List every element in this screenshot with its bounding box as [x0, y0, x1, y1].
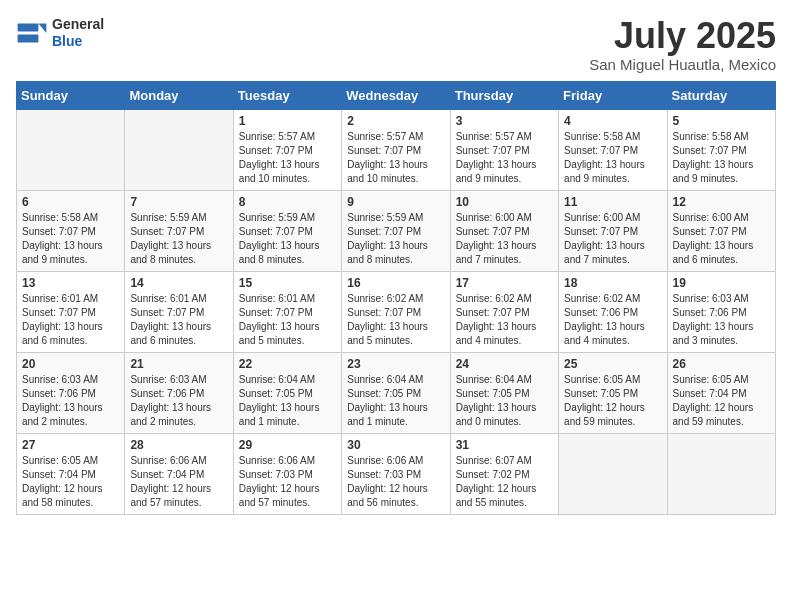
svg-rect-2	[18, 23, 39, 31]
calendar-cell: 4Sunrise: 5:58 AM Sunset: 7:07 PM Daylig…	[559, 109, 667, 190]
day-number: 11	[564, 195, 661, 209]
calendar-cell: 16Sunrise: 6:02 AM Sunset: 7:07 PM Dayli…	[342, 271, 450, 352]
weekday-header: Tuesday	[233, 81, 341, 109]
day-info: Sunrise: 6:02 AM Sunset: 7:07 PM Dayligh…	[456, 292, 553, 348]
day-info: Sunrise: 5:57 AM Sunset: 7:07 PM Dayligh…	[456, 130, 553, 186]
day-info: Sunrise: 6:01 AM Sunset: 7:07 PM Dayligh…	[22, 292, 119, 348]
weekday-header: Monday	[125, 81, 233, 109]
day-number: 25	[564, 357, 661, 371]
calendar-week-row: 1Sunrise: 5:57 AM Sunset: 7:07 PM Daylig…	[17, 109, 776, 190]
svg-rect-0	[16, 17, 48, 49]
day-info: Sunrise: 5:58 AM Sunset: 7:07 PM Dayligh…	[673, 130, 770, 186]
calendar-cell: 18Sunrise: 6:02 AM Sunset: 7:06 PM Dayli…	[559, 271, 667, 352]
weekday-header: Wednesday	[342, 81, 450, 109]
day-number: 15	[239, 276, 336, 290]
day-info: Sunrise: 6:00 AM Sunset: 7:07 PM Dayligh…	[673, 211, 770, 267]
day-number: 12	[673, 195, 770, 209]
calendar-cell	[559, 433, 667, 514]
calendar-table: SundayMondayTuesdayWednesdayThursdayFrid…	[16, 81, 776, 515]
calendar-cell: 23Sunrise: 6:04 AM Sunset: 7:05 PM Dayli…	[342, 352, 450, 433]
calendar-cell: 15Sunrise: 6:01 AM Sunset: 7:07 PM Dayli…	[233, 271, 341, 352]
day-info: Sunrise: 5:57 AM Sunset: 7:07 PM Dayligh…	[347, 130, 444, 186]
day-number: 3	[456, 114, 553, 128]
calendar-cell	[667, 433, 775, 514]
day-number: 31	[456, 438, 553, 452]
day-number: 10	[456, 195, 553, 209]
calendar-cell: 24Sunrise: 6:04 AM Sunset: 7:05 PM Dayli…	[450, 352, 558, 433]
day-number: 26	[673, 357, 770, 371]
day-number: 9	[347, 195, 444, 209]
day-number: 13	[22, 276, 119, 290]
calendar-cell: 7Sunrise: 5:59 AM Sunset: 7:07 PM Daylig…	[125, 190, 233, 271]
day-number: 5	[673, 114, 770, 128]
day-info: Sunrise: 6:01 AM Sunset: 7:07 PM Dayligh…	[239, 292, 336, 348]
day-info: Sunrise: 6:06 AM Sunset: 7:03 PM Dayligh…	[347, 454, 444, 510]
day-number: 27	[22, 438, 119, 452]
day-info: Sunrise: 6:05 AM Sunset: 7:04 PM Dayligh…	[22, 454, 119, 510]
calendar-cell: 9Sunrise: 5:59 AM Sunset: 7:07 PM Daylig…	[342, 190, 450, 271]
calendar-cell	[17, 109, 125, 190]
logo-text: General Blue	[52, 16, 104, 50]
day-number: 29	[239, 438, 336, 452]
calendar-cell: 30Sunrise: 6:06 AM Sunset: 7:03 PM Dayli…	[342, 433, 450, 514]
logo-icon	[16, 17, 48, 49]
day-info: Sunrise: 6:04 AM Sunset: 7:05 PM Dayligh…	[239, 373, 336, 429]
day-number: 21	[130, 357, 227, 371]
title-block: July 2025 San Miguel Huautla, Mexico	[589, 16, 776, 73]
day-number: 23	[347, 357, 444, 371]
calendar-cell: 6Sunrise: 5:58 AM Sunset: 7:07 PM Daylig…	[17, 190, 125, 271]
day-info: Sunrise: 5:58 AM Sunset: 7:07 PM Dayligh…	[564, 130, 661, 186]
day-info: Sunrise: 6:03 AM Sunset: 7:06 PM Dayligh…	[22, 373, 119, 429]
logo-blue-label: Blue	[52, 33, 104, 50]
calendar-cell	[125, 109, 233, 190]
logo-general-label: General	[52, 16, 104, 33]
day-number: 4	[564, 114, 661, 128]
day-info: Sunrise: 6:01 AM Sunset: 7:07 PM Dayligh…	[130, 292, 227, 348]
weekday-header: Sunday	[17, 81, 125, 109]
calendar-week-row: 27Sunrise: 6:05 AM Sunset: 7:04 PM Dayli…	[17, 433, 776, 514]
day-number: 16	[347, 276, 444, 290]
calendar-cell: 27Sunrise: 6:05 AM Sunset: 7:04 PM Dayli…	[17, 433, 125, 514]
calendar-cell: 14Sunrise: 6:01 AM Sunset: 7:07 PM Dayli…	[125, 271, 233, 352]
day-info: Sunrise: 6:02 AM Sunset: 7:06 PM Dayligh…	[564, 292, 661, 348]
page-header: General Blue July 2025 San Miguel Huautl…	[16, 16, 776, 73]
day-info: Sunrise: 6:03 AM Sunset: 7:06 PM Dayligh…	[673, 292, 770, 348]
logo: General Blue	[16, 16, 104, 50]
calendar-cell: 17Sunrise: 6:02 AM Sunset: 7:07 PM Dayli…	[450, 271, 558, 352]
day-number: 30	[347, 438, 444, 452]
location-label: San Miguel Huautla, Mexico	[589, 56, 776, 73]
day-info: Sunrise: 5:59 AM Sunset: 7:07 PM Dayligh…	[347, 211, 444, 267]
day-number: 7	[130, 195, 227, 209]
calendar-week-row: 6Sunrise: 5:58 AM Sunset: 7:07 PM Daylig…	[17, 190, 776, 271]
day-number: 28	[130, 438, 227, 452]
calendar-cell: 1Sunrise: 5:57 AM Sunset: 7:07 PM Daylig…	[233, 109, 341, 190]
day-number: 14	[130, 276, 227, 290]
day-number: 22	[239, 357, 336, 371]
day-info: Sunrise: 6:05 AM Sunset: 7:05 PM Dayligh…	[564, 373, 661, 429]
day-info: Sunrise: 5:59 AM Sunset: 7:07 PM Dayligh…	[130, 211, 227, 267]
day-info: Sunrise: 6:00 AM Sunset: 7:07 PM Dayligh…	[456, 211, 553, 267]
day-number: 24	[456, 357, 553, 371]
calendar-cell: 25Sunrise: 6:05 AM Sunset: 7:05 PM Dayli…	[559, 352, 667, 433]
day-number: 18	[564, 276, 661, 290]
day-number: 20	[22, 357, 119, 371]
calendar-cell: 2Sunrise: 5:57 AM Sunset: 7:07 PM Daylig…	[342, 109, 450, 190]
calendar-cell: 8Sunrise: 5:59 AM Sunset: 7:07 PM Daylig…	[233, 190, 341, 271]
weekday-header: Friday	[559, 81, 667, 109]
calendar-week-row: 20Sunrise: 6:03 AM Sunset: 7:06 PM Dayli…	[17, 352, 776, 433]
calendar-cell: 22Sunrise: 6:04 AM Sunset: 7:05 PM Dayli…	[233, 352, 341, 433]
calendar-cell: 3Sunrise: 5:57 AM Sunset: 7:07 PM Daylig…	[450, 109, 558, 190]
day-number: 6	[22, 195, 119, 209]
day-number: 19	[673, 276, 770, 290]
month-title: July 2025	[589, 16, 776, 56]
day-info: Sunrise: 6:06 AM Sunset: 7:03 PM Dayligh…	[239, 454, 336, 510]
calendar-header-row: SundayMondayTuesdayWednesdayThursdayFrid…	[17, 81, 776, 109]
day-info: Sunrise: 6:04 AM Sunset: 7:05 PM Dayligh…	[347, 373, 444, 429]
calendar-cell: 11Sunrise: 6:00 AM Sunset: 7:07 PM Dayli…	[559, 190, 667, 271]
day-number: 17	[456, 276, 553, 290]
day-number: 2	[347, 114, 444, 128]
day-info: Sunrise: 5:59 AM Sunset: 7:07 PM Dayligh…	[239, 211, 336, 267]
day-number: 8	[239, 195, 336, 209]
day-info: Sunrise: 6:03 AM Sunset: 7:06 PM Dayligh…	[130, 373, 227, 429]
day-info: Sunrise: 6:06 AM Sunset: 7:04 PM Dayligh…	[130, 454, 227, 510]
